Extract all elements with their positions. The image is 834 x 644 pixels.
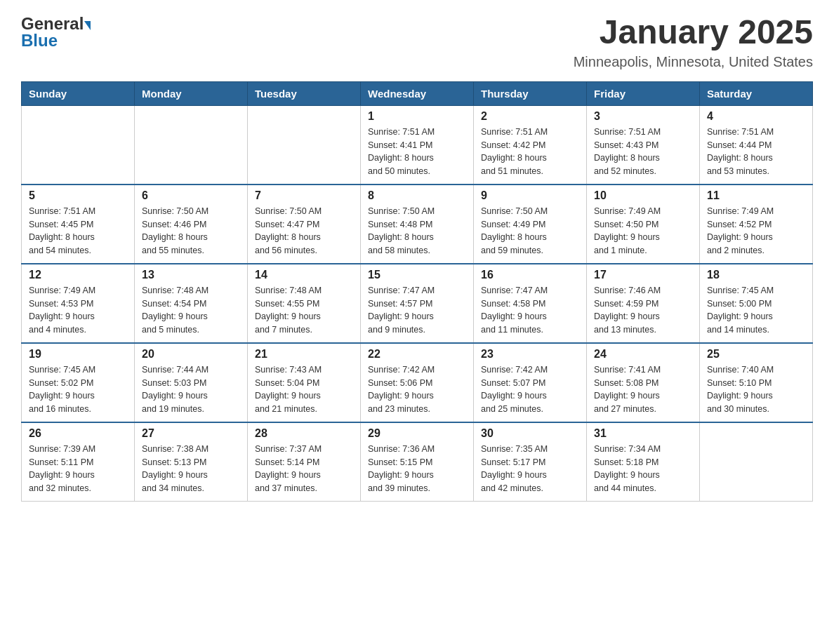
calendar-cell: 25Sunrise: 7:40 AM Sunset: 5:10 PM Dayli… [700, 343, 813, 422]
calendar-cell: 6Sunrise: 7:50 AM Sunset: 4:46 PM Daylig… [135, 185, 248, 264]
calendar-cell: 29Sunrise: 7:36 AM Sunset: 5:15 PM Dayli… [361, 422, 474, 502]
day-info: Sunrise: 7:39 AM Sunset: 5:11 PM Dayligh… [29, 443, 127, 495]
day-number: 14 [255, 269, 353, 281]
day-info: Sunrise: 7:40 AM Sunset: 5:10 PM Dayligh… [707, 363, 805, 416]
day-info: Sunrise: 7:51 AM Sunset: 4:44 PM Dayligh… [707, 126, 805, 178]
calendar-cell: 17Sunrise: 7:46 AM Sunset: 4:59 PM Dayli… [587, 264, 700, 343]
day-number: 7 [255, 189, 353, 202]
day-number: 26 [29, 427, 127, 440]
calendar-cell: 19Sunrise: 7:45 AM Sunset: 5:02 PM Dayli… [22, 343, 135, 422]
day-number: 3 [594, 110, 692, 123]
day-number: 2 [481, 110, 579, 123]
logo-blue-text: Blue [21, 31, 58, 51]
calendar-cell: 23Sunrise: 7:42 AM Sunset: 5:07 PM Dayli… [474, 343, 587, 422]
day-info: Sunrise: 7:51 AM Sunset: 4:42 PM Dayligh… [481, 126, 579, 178]
calendar-cell: 16Sunrise: 7:47 AM Sunset: 4:58 PM Dayli… [474, 264, 587, 343]
weekday-header-thursday: Thursday [474, 81, 587, 105]
calendar-cell: 24Sunrise: 7:41 AM Sunset: 5:08 PM Dayli… [587, 343, 700, 422]
day-number: 16 [481, 269, 579, 281]
calendar-cell: 21Sunrise: 7:43 AM Sunset: 5:04 PM Dayli… [248, 343, 361, 422]
calendar-cell: 8Sunrise: 7:50 AM Sunset: 4:48 PM Daylig… [361, 185, 474, 264]
calendar-cell: 26Sunrise: 7:39 AM Sunset: 5:11 PM Dayli… [22, 422, 135, 502]
calendar-cell: 15Sunrise: 7:47 AM Sunset: 4:57 PM Dayli… [361, 264, 474, 343]
weekday-header-row: SundayMondayTuesdayWednesdayThursdayFrid… [22, 81, 813, 105]
day-number: 13 [142, 269, 240, 281]
calendar-cell: 28Sunrise: 7:37 AM Sunset: 5:14 PM Dayli… [248, 422, 361, 502]
calendar-cell [248, 105, 361, 185]
logo: General Blue [21, 14, 91, 51]
calendar-table: SundayMondayTuesdayWednesdayThursdayFrid… [21, 81, 813, 502]
location-title: Minneapolis, Minnesota, United States [574, 54, 813, 70]
calendar-cell: 9Sunrise: 7:50 AM Sunset: 4:49 PM Daylig… [474, 185, 587, 264]
calendar-week-row: 12Sunrise: 7:49 AM Sunset: 4:53 PM Dayli… [22, 264, 813, 343]
calendar-cell [22, 105, 135, 185]
day-number: 9 [481, 189, 579, 202]
day-info: Sunrise: 7:49 AM Sunset: 4:53 PM Dayligh… [29, 284, 127, 337]
day-info: Sunrise: 7:42 AM Sunset: 5:06 PM Dayligh… [368, 363, 466, 416]
calendar-cell: 4Sunrise: 7:51 AM Sunset: 4:44 PM Daylig… [700, 105, 813, 185]
calendar-cell: 20Sunrise: 7:44 AM Sunset: 5:03 PM Dayli… [135, 343, 248, 422]
calendar-cell: 30Sunrise: 7:35 AM Sunset: 5:17 PM Dayli… [474, 422, 587, 502]
day-info: Sunrise: 7:37 AM Sunset: 5:14 PM Dayligh… [255, 443, 353, 495]
day-number: 23 [481, 348, 579, 361]
title-block: January 2025 Minneapolis, Minnesota, Uni… [574, 14, 813, 70]
day-info: Sunrise: 7:50 AM Sunset: 4:47 PM Dayligh… [255, 205, 353, 257]
day-number: 11 [707, 189, 805, 202]
calendar-week-row: 5Sunrise: 7:51 AM Sunset: 4:45 PM Daylig… [22, 185, 813, 264]
weekday-header-monday: Monday [135, 81, 248, 105]
day-info: Sunrise: 7:51 AM Sunset: 4:43 PM Dayligh… [594, 126, 692, 178]
weekday-header-sunday: Sunday [22, 81, 135, 105]
day-info: Sunrise: 7:51 AM Sunset: 4:41 PM Dayligh… [368, 126, 466, 178]
day-number: 18 [707, 269, 805, 281]
calendar-cell [135, 105, 248, 185]
calendar-cell: 22Sunrise: 7:42 AM Sunset: 5:06 PM Dayli… [361, 343, 474, 422]
logo-arrow-icon [84, 21, 91, 30]
day-info: Sunrise: 7:36 AM Sunset: 5:15 PM Dayligh… [368, 443, 466, 495]
day-info: Sunrise: 7:50 AM Sunset: 4:49 PM Dayligh… [481, 205, 579, 257]
calendar-cell: 12Sunrise: 7:49 AM Sunset: 4:53 PM Dayli… [22, 264, 135, 343]
calendar-cell: 2Sunrise: 7:51 AM Sunset: 4:42 PM Daylig… [474, 105, 587, 185]
day-number: 19 [29, 348, 127, 361]
day-info: Sunrise: 7:48 AM Sunset: 4:55 PM Dayligh… [255, 284, 353, 337]
calendar-cell: 7Sunrise: 7:50 AM Sunset: 4:47 PM Daylig… [248, 185, 361, 264]
day-number: 10 [594, 189, 692, 202]
calendar-cell: 11Sunrise: 7:49 AM Sunset: 4:52 PM Dayli… [700, 185, 813, 264]
calendar-cell: 13Sunrise: 7:48 AM Sunset: 4:54 PM Dayli… [135, 264, 248, 343]
day-info: Sunrise: 7:46 AM Sunset: 4:59 PM Dayligh… [594, 284, 692, 337]
day-info: Sunrise: 7:49 AM Sunset: 4:50 PM Dayligh… [594, 205, 692, 257]
calendar-cell: 27Sunrise: 7:38 AM Sunset: 5:13 PM Dayli… [135, 422, 248, 502]
calendar-cell: 10Sunrise: 7:49 AM Sunset: 4:50 PM Dayli… [587, 185, 700, 264]
day-info: Sunrise: 7:35 AM Sunset: 5:17 PM Dayligh… [481, 443, 579, 495]
day-number: 29 [368, 427, 466, 440]
day-info: Sunrise: 7:50 AM Sunset: 4:48 PM Dayligh… [368, 205, 466, 257]
day-info: Sunrise: 7:51 AM Sunset: 4:45 PM Dayligh… [29, 205, 127, 257]
day-info: Sunrise: 7:43 AM Sunset: 5:04 PM Dayligh… [255, 363, 353, 416]
day-number: 21 [255, 348, 353, 361]
day-info: Sunrise: 7:48 AM Sunset: 4:54 PM Dayligh… [142, 284, 240, 337]
calendar-cell: 14Sunrise: 7:48 AM Sunset: 4:55 PM Dayli… [248, 264, 361, 343]
calendar-cell: 3Sunrise: 7:51 AM Sunset: 4:43 PM Daylig… [587, 105, 700, 185]
day-number: 30 [481, 427, 579, 440]
day-number: 5 [29, 189, 127, 202]
day-info: Sunrise: 7:34 AM Sunset: 5:18 PM Dayligh… [594, 443, 692, 495]
calendar-cell [700, 422, 813, 502]
calendar-cell: 31Sunrise: 7:34 AM Sunset: 5:18 PM Dayli… [587, 422, 700, 502]
weekday-header-friday: Friday [587, 81, 700, 105]
day-number: 25 [707, 348, 805, 361]
day-number: 24 [594, 348, 692, 361]
calendar-week-row: 19Sunrise: 7:45 AM Sunset: 5:02 PM Dayli… [22, 343, 813, 422]
page-header: General Blue January 2025 Minneapolis, M… [21, 14, 813, 70]
day-number: 15 [368, 269, 466, 281]
calendar-week-row: 26Sunrise: 7:39 AM Sunset: 5:11 PM Dayli… [22, 422, 813, 502]
day-info: Sunrise: 7:47 AM Sunset: 4:58 PM Dayligh… [481, 284, 579, 337]
day-info: Sunrise: 7:38 AM Sunset: 5:13 PM Dayligh… [142, 443, 240, 495]
calendar-cell: 5Sunrise: 7:51 AM Sunset: 4:45 PM Daylig… [22, 185, 135, 264]
day-info: Sunrise: 7:49 AM Sunset: 4:52 PM Dayligh… [707, 205, 805, 257]
day-number: 8 [368, 189, 466, 202]
calendar-cell: 1Sunrise: 7:51 AM Sunset: 4:41 PM Daylig… [361, 105, 474, 185]
day-number: 17 [594, 269, 692, 281]
calendar-cell: 18Sunrise: 7:45 AM Sunset: 5:00 PM Dayli… [700, 264, 813, 343]
day-number: 27 [142, 427, 240, 440]
day-info: Sunrise: 7:45 AM Sunset: 5:02 PM Dayligh… [29, 363, 127, 416]
month-title: January 2025 [574, 14, 813, 51]
